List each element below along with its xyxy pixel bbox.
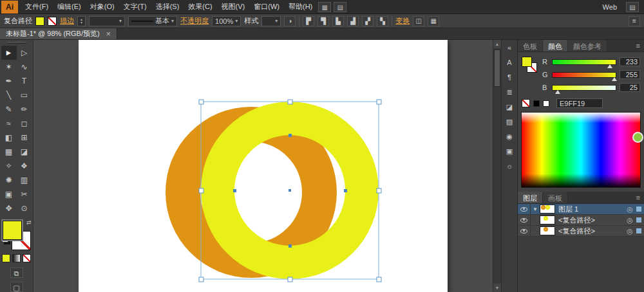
fill-color-swatch[interactable] (35, 17, 44, 26)
zoom-tool[interactable]: ⊙ (17, 201, 32, 215)
blue-slider[interactable] (552, 85, 616, 91)
selection-indicator[interactable] (636, 228, 641, 233)
menu-file[interactable]: 文件(F) (21, 0, 53, 14)
menu-effect[interactable]: 效果(C) (184, 0, 216, 14)
drawing-mode-icon[interactable]: ⧉ (10, 268, 23, 278)
shape-options-icon[interactable]: ◫ (413, 16, 424, 26)
visibility-toggle[interactable] (518, 215, 531, 225)
none-mode-icon[interactable] (23, 254, 31, 262)
opacity-dropdown[interactable]: 100% ▾ (212, 16, 241, 26)
gradient-panel-icon[interactable]: ◪ (503, 101, 516, 113)
menu-type[interactable]: 文字(T) (119, 0, 151, 14)
layer-name[interactable]: <复合路径> (558, 226, 625, 236)
transform-link[interactable]: 变换 (395, 16, 410, 26)
mesh-tool[interactable]: ▦ (1, 145, 17, 159)
red-slider[interactable] (552, 59, 616, 65)
selection-indicator[interactable] (636, 206, 641, 212)
align-top-icon[interactable]: ▟ (347, 16, 359, 26)
target-icon[interactable]: ◎ (625, 227, 635, 235)
artboard-tool[interactable]: ▣ (1, 187, 17, 201)
graphic-styles-panel-icon[interactable]: ▣ (503, 145, 516, 158)
tab-color-guide[interactable]: 颜色参考 (568, 40, 607, 51)
column-graph-tool[interactable]: ▥ (17, 173, 32, 187)
layer-name[interactable]: 图层 1 (558, 205, 625, 214)
red-value-field[interactable]: 233 (620, 57, 640, 66)
shape-builder-tool[interactable]: ◧ (1, 131, 17, 145)
swap-fill-stroke-icon[interactable]: ⇄ (26, 219, 32, 226)
symbols-panel-icon[interactable]: ☼ (503, 160, 516, 172)
panel-grip[interactable] (7, 42, 26, 44)
artboard[interactable] (79, 40, 448, 292)
variable-width-dropdown[interactable]: ▾ (89, 16, 125, 26)
pen-tool[interactable]: ✒ (1, 74, 17, 88)
color-spectrum[interactable] (521, 112, 641, 188)
tab-swatches[interactable]: 色板 (518, 40, 543, 51)
menu-select[interactable]: 选择(S) (151, 0, 184, 14)
line-segment-tool[interactable]: ╲ (1, 88, 17, 102)
fill-swatch[interactable] (3, 221, 22, 240)
align-right-icon[interactable]: ▙ (332, 16, 344, 26)
handle-bottom-center[interactable] (288, 277, 292, 282)
target-icon[interactable]: ◎ (625, 205, 635, 214)
anchor-inner-top[interactable] (289, 134, 292, 137)
target-icon[interactable]: ◎ (625, 216, 635, 224)
screen-mode-icon[interactable]: ▢ (10, 282, 23, 292)
anchor-center-point[interactable] (289, 189, 291, 192)
symbol-sprayer-tool[interactable]: ✺ (1, 173, 17, 187)
blend-tool[interactable]: ❖ (17, 159, 32, 173)
menu-help[interactable]: 帮助(H) (284, 0, 317, 14)
layer-row-compound-path-2[interactable]: <复合路径> ◎ (518, 226, 644, 237)
menu-window[interactable]: 窗口(W) (249, 0, 284, 14)
close-icon[interactable]: × (106, 30, 111, 39)
stroke-panel-icon[interactable]: ≣ (503, 86, 516, 98)
type-tool[interactable]: T (17, 74, 32, 88)
paintbrush-tool[interactable]: ✎ (1, 102, 17, 116)
handle-middle-right[interactable] (377, 188, 381, 193)
color-mode-icon[interactable] (2, 254, 10, 262)
handle-bottom-right[interactable] (377, 277, 381, 282)
canvas-pasteboard[interactable] (33, 40, 493, 292)
handle-middle-left[interactable] (199, 188, 204, 193)
hand-tool[interactable]: ✥ (1, 201, 17, 215)
green-slider[interactable] (552, 72, 616, 78)
eyedropper-tool[interactable]: ✧ (1, 159, 17, 173)
anchor-inner-bottom[interactable] (289, 244, 292, 248)
vertical-scrollbar[interactable]: ▲ ▼ (493, 40, 501, 292)
workspace-switcher[interactable]: Web (599, 2, 621, 12)
stepper-down-icon[interactable]: ▾ (80, 21, 82, 24)
disclosure-triangle-icon[interactable]: ▼ (531, 206, 540, 212)
gradient-tool[interactable]: ◪ (17, 145, 32, 159)
direct-selection-tool[interactable]: ▷ (17, 46, 32, 60)
handle-top-center[interactable] (288, 100, 292, 104)
gradient-mode-icon[interactable] (12, 254, 21, 262)
panel-menu-icon[interactable]: ≡ (632, 192, 644, 203)
align-left-icon[interactable]: ▛ (303, 16, 314, 26)
opacity-link[interactable]: 不透明度 (180, 16, 209, 26)
rectangle-tool[interactable]: ▭ (17, 88, 32, 102)
appearance-panel-icon[interactable]: ◉ (503, 131, 516, 143)
handle-bottom-left[interactable] (199, 277, 204, 282)
brush-definition-dropdown[interactable]: 基本 ▾ (128, 16, 177, 26)
hex-field[interactable]: E9FF19 (556, 98, 603, 108)
stroke-width-stepper[interactable]: ▴ ▾ (77, 16, 86, 26)
layer-row-layer1[interactable]: ▼ 图层 1 ◎ (518, 204, 644, 215)
handle-top-right[interactable] (377, 100, 381, 104)
isolate-icon[interactable]: ▦ (428, 16, 439, 26)
style-dropdown[interactable]: ▾ (261, 16, 281, 26)
magic-wand-tool[interactable]: ✶ (1, 60, 17, 74)
green-value-field[interactable]: 255 (620, 70, 640, 79)
anchor-inner-left[interactable] (233, 189, 236, 192)
slice-tool[interactable]: ✂ (17, 187, 32, 201)
selection-indicator[interactable] (636, 217, 641, 223)
menu-view[interactable]: 视图(V) (217, 0, 250, 14)
stroke-color-swatch[interactable] (48, 17, 57, 26)
layout-icon[interactable]: ▤ (334, 2, 346, 12)
align-v-center-icon[interactable]: ▞ (362, 16, 374, 26)
tab-layers[interactable]: 图层 (518, 192, 543, 203)
selection-tool[interactable]: ► (1, 46, 17, 60)
scroll-down-icon[interactable]: ▼ (493, 284, 501, 292)
visibility-toggle[interactable] (518, 226, 531, 236)
scroll-track[interactable] (493, 48, 501, 284)
scroll-up-icon[interactable]: ▲ (493, 40, 501, 48)
app-bar-panel-icon[interactable]: ▤ (626, 2, 639, 12)
